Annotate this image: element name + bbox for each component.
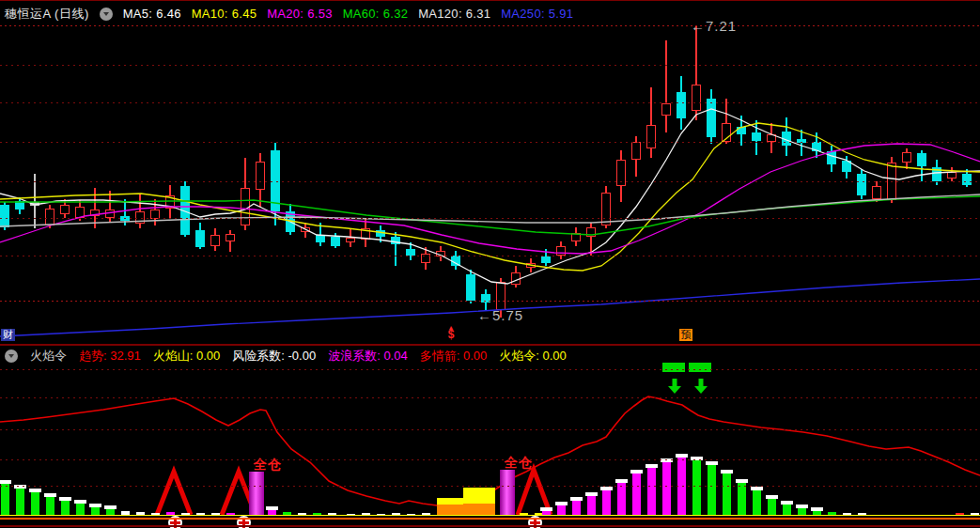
price-gridline (0, 181, 980, 182)
candle (376, 230, 385, 237)
green-down-arrow-icon (668, 379, 681, 394)
ma-legend-item: MA60: 6.32 (343, 7, 409, 21)
histogram-bar (662, 462, 671, 515)
indicator-field: 火焰令: 0.00 (499, 349, 567, 363)
bar-cap (89, 504, 101, 507)
bar-cap (721, 470, 733, 474)
ma-line-MA60 (0, 196, 980, 235)
candle (180, 186, 190, 235)
indicator-baseline-orange (0, 518, 980, 520)
price-gridline (0, 102, 980, 103)
full-position-bar (500, 470, 515, 515)
histogram-bar (76, 504, 85, 515)
candle (451, 256, 460, 266)
cross-horizontal (530, 521, 540, 524)
candle (195, 230, 205, 247)
histogram-bar (738, 483, 746, 515)
bar-cap (706, 461, 718, 465)
candle (571, 233, 581, 241)
candle (812, 142, 821, 151)
candle (842, 161, 851, 172)
candle (331, 237, 340, 246)
finance-flag-marker[interactable]: 财 (1, 329, 15, 341)
bar-cap (555, 502, 568, 505)
price-gridline (0, 256, 980, 256)
price-gridline (0, 301, 980, 302)
ma-line-MA10 (0, 123, 980, 271)
ma-legend-item: MA5: 6.46 (123, 7, 181, 21)
histogram-bar (587, 496, 596, 515)
bar-cap (736, 479, 748, 483)
bar-cap (751, 487, 763, 490)
histogram-bar (783, 505, 791, 515)
candle (45, 209, 54, 225)
histogram-bar (723, 474, 731, 515)
candle (286, 211, 295, 232)
ma-legend-item: MA20: 6.53 (267, 7, 333, 21)
red-spike-triangle (157, 472, 191, 515)
candle-wick (94, 188, 96, 228)
candle (60, 205, 70, 214)
histogram-bar (647, 468, 656, 515)
bar-cap (570, 497, 583, 501)
candle (947, 172, 957, 179)
candle (301, 227, 310, 232)
candle (661, 103, 671, 116)
candle (692, 85, 701, 111)
candle (406, 249, 415, 256)
trading-app-window: 穗恒运A (日线) MA5: 6.46MA10: 6.45MA20: 6.53M… (0, 0, 980, 528)
histogram-bar (1, 484, 9, 515)
cross-horizontal (170, 521, 180, 524)
indicator-gridline (0, 486, 980, 487)
full-position-label: 全仓 (505, 455, 533, 472)
volume-block (463, 504, 495, 515)
histogram-bar (61, 501, 70, 515)
chart-lines-layer (0, 0, 980, 528)
candle-wick (801, 130, 802, 156)
histogram-bar (768, 499, 776, 515)
histogram-bar (16, 489, 24, 515)
candle (902, 152, 911, 163)
candle (496, 282, 506, 310)
bar-cap (540, 507, 552, 511)
candle (601, 193, 611, 225)
bar-cap (600, 487, 613, 490)
candle (767, 134, 776, 142)
candle (210, 235, 220, 246)
candle (15, 201, 24, 210)
candle (526, 263, 536, 268)
indicator-gridline (0, 429, 980, 430)
candle (105, 210, 115, 218)
candle (316, 235, 325, 242)
indicator-collapse-chevron-icon[interactable] (5, 349, 18, 363)
forecast-flag-marker[interactable]: 预 (679, 329, 692, 341)
chart-header-bar: 穗恒运A (日线) MA5: 6.46MA10: 6.45MA20: 6.53M… (0, 1, 980, 26)
indicator-field: 波浪系数: 0.04 (328, 349, 408, 363)
candle (872, 186, 881, 199)
bar-cap (104, 505, 117, 509)
histogram-bar (708, 465, 716, 515)
panel-divider (0, 344, 980, 346)
bar-cap (811, 507, 823, 511)
price-gridline (0, 25, 980, 26)
collapse-chevron-icon[interactable] (100, 8, 113, 21)
candle (646, 125, 656, 148)
candle-wick (665, 40, 667, 132)
indicator-header-bar: 火焰令 趋势: 32.91火焰山: 0.00风险系数: -0.00波浪系数: 0… (0, 347, 980, 365)
green-down-arrow-icon (694, 379, 708, 394)
window-bottom-border (0, 525, 980, 527)
ma-legend: MA5: 6.46MA10: 6.45MA20: 6.53MA60: 6.32M… (123, 7, 584, 21)
histogram-bar (557, 505, 566, 515)
candle (165, 195, 175, 209)
indicator-gridline (0, 459, 980, 460)
candle (962, 174, 972, 185)
bar-cap (630, 470, 643, 474)
volume-block (463, 488, 495, 504)
dollar-glyph: $ (444, 330, 458, 339)
dividend-dollar-marker[interactable]: ▲ $ (444, 325, 458, 339)
bar-cap (585, 492, 598, 496)
histogram-bar (753, 490, 761, 515)
histogram-bar (692, 460, 701, 515)
indicator-values: 趋势: 32.91火焰山: 0.00风险系数: -0.00波浪系数: 0.04多… (79, 348, 579, 365)
candle (391, 237, 400, 244)
